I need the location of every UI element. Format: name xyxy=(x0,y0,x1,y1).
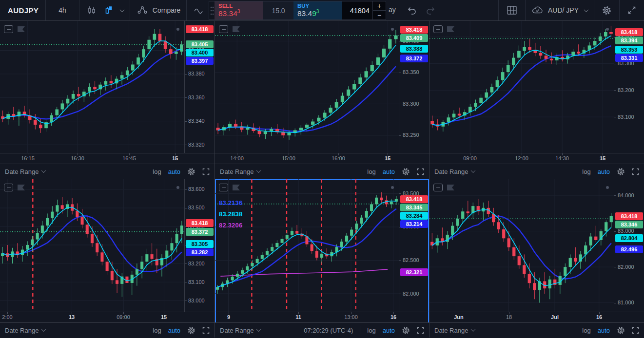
flag-icon[interactable] xyxy=(17,26,25,33)
chart-plot-area[interactable] xyxy=(0,21,184,153)
auto-scale-button[interactable]: auto xyxy=(168,327,180,334)
chart-plot-area[interactable] xyxy=(215,21,399,153)
date-range-label: Date Range xyxy=(5,327,39,334)
auto-scale-button[interactable]: auto xyxy=(168,168,180,175)
legend-collapse-icon[interactable] xyxy=(219,25,228,33)
price-badge-green: 83.372 xyxy=(186,228,214,236)
quantity-value[interactable]: 41804 xyxy=(342,1,372,19)
pane-settings-gear-icon[interactable] xyxy=(402,326,410,335)
market-status-dot[interactable] xyxy=(176,28,179,31)
log-scale-button[interactable]: log xyxy=(367,327,375,334)
pane-fullscreen-icon[interactable] xyxy=(202,327,210,334)
legend-collapse-icon[interactable] xyxy=(4,184,13,191)
indicator-value: 83.2136 xyxy=(219,197,242,208)
legend-collapse-icon[interactable] xyxy=(4,25,13,33)
pane-fullscreen-icon[interactable] xyxy=(417,168,424,175)
time-tick-label: Jun xyxy=(454,314,464,320)
auto-scale-button[interactable]: auto xyxy=(383,168,395,175)
sell-price: 83.343 xyxy=(218,9,259,18)
time-axis[interactable]: 09:0012:0014:3015 xyxy=(429,153,644,164)
date-range-button[interactable]: Date Range xyxy=(434,327,475,334)
date-range-button[interactable]: Date Range xyxy=(5,168,45,175)
market-status-dot[interactable] xyxy=(391,28,394,31)
compare-button[interactable]: Compare xyxy=(130,0,187,20)
auto-scale-button[interactable]: auto xyxy=(598,168,610,175)
quantity-decrease-button[interactable]: − xyxy=(373,11,386,19)
flag-icon[interactable] xyxy=(232,184,240,191)
log-scale-button[interactable]: log xyxy=(153,327,161,334)
pane-fullscreen-icon[interactable] xyxy=(632,168,639,175)
flag-icon[interactable] xyxy=(447,184,455,191)
settings-button[interactable] xyxy=(594,0,620,20)
chart-grid: 83.40083.38083.36083.34083.32083.41883.4… xyxy=(0,21,644,338)
log-scale-button[interactable]: log xyxy=(367,168,375,175)
hollow-candles-style-icon[interactable] xyxy=(102,3,115,17)
pane-fullscreen-icon[interactable] xyxy=(632,327,639,334)
chevron-down-icon[interactable] xyxy=(119,7,124,12)
market-status-dot[interactable] xyxy=(391,186,394,189)
time-axis[interactable]: 91113:0016 xyxy=(215,312,429,322)
auto-scale-button[interactable]: auto xyxy=(598,327,610,334)
legend-collapse-icon[interactable] xyxy=(219,184,228,191)
price-axis[interactable]: 84.00083.00082.00081.00083.41883.34682.8… xyxy=(614,179,644,312)
price-tick-label: 83.200 xyxy=(188,261,205,266)
candles-style-icon[interactable] xyxy=(85,3,98,17)
time-axis[interactable]: 2:001309:0015 xyxy=(0,312,215,322)
interval-button[interactable]: 4h xyxy=(46,0,79,20)
chart-plot-area[interactable] xyxy=(429,179,614,312)
price-badge-cyan: 83.388 xyxy=(400,45,428,53)
date-range-button[interactable]: Date Range xyxy=(220,168,260,175)
symbol-name[interactable]: AUDJPY xyxy=(0,6,45,15)
buy-button[interactable]: BUY 83.493 xyxy=(293,1,342,19)
market-status-dot[interactable] xyxy=(176,186,179,189)
sell-button[interactable]: SELL 83.343 xyxy=(215,1,263,19)
log-scale-button[interactable]: log xyxy=(582,168,590,175)
log-scale-button[interactable]: log xyxy=(582,327,590,334)
pane-fullscreen-icon[interactable] xyxy=(417,327,424,334)
time-axis[interactable]: 14:0015:0016:0015 xyxy=(215,153,429,164)
price-axis[interactable]: 83.50083.00082.50082.00083.41883.34583.2… xyxy=(399,179,429,312)
redo-icon[interactable] xyxy=(426,6,436,15)
price-axis[interactable]: 83.60083.50083.40083.30083.20083.10083.0… xyxy=(184,179,215,312)
legend-collapse-icon[interactable] xyxy=(433,184,443,191)
pane-fullscreen-icon[interactable] xyxy=(202,168,210,175)
price-axis[interactable]: 83.40083.38083.36083.34083.32083.41883.4… xyxy=(184,21,215,153)
pane-settings-gear-icon[interactable] xyxy=(187,168,195,176)
range-button-partial[interactable]: ay xyxy=(389,6,396,14)
market-status-dot[interactable] xyxy=(606,28,609,31)
chart-pane-4: 83.60083.50083.40083.30083.20083.10083.0… xyxy=(0,179,215,338)
flag-icon[interactable] xyxy=(232,26,240,33)
flag-icon[interactable] xyxy=(17,184,25,191)
layout-name-button[interactable]: AUD/ JPY xyxy=(526,0,594,20)
chart-pane-5: 83.213683.283882.3206 83.50083.00082.500… xyxy=(215,179,429,338)
pane-settings-gear-icon[interactable] xyxy=(402,168,410,176)
date-range-label: Date Range xyxy=(434,327,468,334)
date-range-button[interactable]: Date Range xyxy=(5,327,45,334)
date-range-button[interactable]: Date Range xyxy=(220,327,260,334)
auto-scale-button[interactable]: auto xyxy=(383,327,395,334)
price-axis[interactable]: 83.40083.35083.30083.25083.41883.40983.3… xyxy=(399,21,429,153)
quantity-increase-button[interactable]: + xyxy=(373,1,386,11)
chart-plot-area[interactable] xyxy=(0,179,184,312)
time-tick-label: 11 xyxy=(295,314,301,320)
fullscreen-button[interactable] xyxy=(620,0,644,20)
time-axis[interactable]: Jun18Jul16 xyxy=(429,312,644,322)
log-scale-button[interactable]: log xyxy=(153,168,161,175)
legend-collapse-icon[interactable] xyxy=(433,25,443,33)
chart-plot-area[interactable]: 83.213683.283882.3206 xyxy=(215,179,399,312)
layout-grid-button[interactable] xyxy=(499,0,526,20)
price-axis[interactable]: 83.40083.30083.20083.10083.41883.39483.3… xyxy=(614,21,644,153)
chart-plot-area[interactable] xyxy=(429,21,614,153)
symbol-group[interactable]: AUDJPY xyxy=(0,0,45,20)
widget-drag-handle-icon[interactable] xyxy=(209,1,215,19)
date-range-button[interactable]: Date Range xyxy=(434,168,475,175)
pane-settings-gear-icon[interactable] xyxy=(187,326,195,335)
pane-settings-gear-icon[interactable] xyxy=(617,168,625,176)
pane-settings-gear-icon[interactable] xyxy=(617,326,625,335)
market-status-dot[interactable] xyxy=(606,186,609,189)
flag-icon[interactable] xyxy=(447,26,455,33)
price-tick-label: 83.360 xyxy=(188,94,205,100)
time-axis[interactable]: 16:1516:3016:4515 xyxy=(0,153,215,164)
undo-icon[interactable] xyxy=(406,6,417,15)
time-tick-label: 09:00 xyxy=(117,314,130,320)
